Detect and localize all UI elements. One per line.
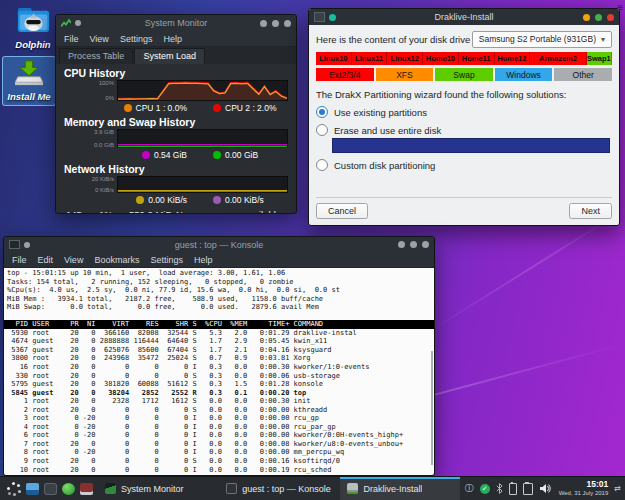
minimize-button[interactable]: [260, 20, 267, 27]
drive-selector[interactable]: Samsung S2 Portable (931GB) ▾: [472, 31, 612, 48]
cpu-axis-max: 100%: [99, 80, 114, 86]
taskbar-task-system-monitor[interactable]: System Monitor: [98, 477, 217, 500]
quick-launch-globe-icon[interactable]: [62, 483, 75, 495]
terminal-process-row: 3 root 0 -20 0 0 0 I 0.0 0.0 0:00.00 rcu…: [4, 414, 434, 423]
close-button[interactable]: [422, 241, 429, 248]
menu-view[interactable]: View: [64, 255, 83, 265]
dolphin-icon: [17, 6, 50, 34]
system-monitor-statusbar: 1451%559.2 MiBNo swap space available: [62, 207, 290, 214]
menu-help[interactable]: Help: [163, 34, 182, 44]
task-label: guest : top — Konsole: [242, 484, 331, 494]
menu-settings[interactable]: Settings: [150, 255, 183, 265]
window-pin-button[interactable]: [329, 14, 336, 21]
terminal-process-row: 4 root 0 -20 0 0 0 I 0.0 0.0 0:00.00 rcu…: [4, 423, 434, 432]
notifications-icon[interactable]: ⓘ: [465, 484, 474, 493]
wizard-text: The DrakX Partitioning wizard found the …: [316, 89, 612, 100]
cancel-button[interactable]: Cancel: [316, 203, 368, 219]
terminal-summary-line: %Cpu(s): 4.0 us, 2.5 sy, 0.0 ni, 77.9 id…: [4, 286, 434, 295]
status-item: No swap space available: [176, 209, 288, 214]
quick-launch-display-icon[interactable]: [26, 483, 39, 495]
system-monitor-titlebar[interactable]: System Monitor: [56, 15, 296, 31]
maximize-button[interactable]: [595, 14, 602, 21]
memory-axis-max: 3.9 GiB: [94, 129, 114, 135]
menu-bookmarks[interactable]: Bookmarks: [94, 255, 139, 265]
draklive-app-icon: [314, 12, 325, 22]
task-icon: [347, 483, 358, 494]
option-use-existing-partitions[interactable]: Use existing partitions: [316, 106, 612, 118]
task-label: System Monitor: [121, 484, 184, 494]
tab-system-load[interactable]: System Load: [134, 48, 205, 64]
panel-hide-icon[interactable]: ⇄: [614, 485, 621, 493]
konsole-app-icon: [9, 240, 20, 249]
application-launcher-icon[interactable]: [4, 480, 21, 497]
next-button[interactable]: Next: [569, 203, 612, 219]
taskbar-task-draklive-install[interactable]: Draklive-Install: [340, 477, 459, 500]
updates-ok-icon[interactable]: ✓: [480, 484, 490, 494]
system-monitor-tabbar: Process TableSystem Load: [56, 47, 296, 64]
konsole-menubar: FileEditViewBookmarksSettingsHelp: [4, 252, 434, 268]
close-button[interactable]: [284, 20, 291, 27]
disk-content-label: Here is the content of your disk drive: [316, 34, 470, 45]
menu-settings[interactable]: Settings: [120, 34, 153, 44]
menu-file[interactable]: File: [12, 255, 27, 265]
partitioning-options: Use existing partitionsErase and use ent…: [316, 100, 612, 171]
maximize-button[interactable]: [272, 20, 279, 27]
terminal-process-row: 5845 guest 20 0 38204 2852 2552 R 0.3 0.…: [4, 389, 434, 398]
volume-icon[interactable]: [539, 483, 551, 494]
desktop-icon-dolphin[interactable]: Dolphin: [6, 6, 60, 50]
menu-help[interactable]: Help: [194, 255, 213, 265]
terminal-process-row: 9 root 20 0 0 0 0 S 0.0 0.0 0:00.16 ksof…: [4, 457, 434, 466]
bluetooth-icon[interactable]: [496, 483, 503, 494]
menu-edit[interactable]: Edit: [38, 255, 54, 265]
legend-item: CPU 1 : 0.0%: [124, 103, 188, 113]
fs-legend-other: Other: [554, 68, 612, 81]
option-custom-disk-partitioning[interactable]: Custom disk partitioning: [316, 159, 612, 171]
network-history-graph: [117, 176, 288, 193]
terminal-process-row: 5367 guest 20 0 625076 85600 67404 S 1.7…: [4, 346, 434, 355]
window-pin-button[interactable]: [75, 20, 81, 26]
quick-launch-package-icon[interactable]: [80, 483, 93, 495]
desktop-icon-install-me[interactable]: Install Me: [2, 56, 56, 106]
menu-view[interactable]: View: [90, 34, 109, 44]
clipboard-icon[interactable]: [523, 483, 533, 495]
radio-button[interactable]: [316, 159, 328, 171]
terminal-process-row: 4674 guest 20 0 2888888 116444 64640 S 1…: [4, 337, 434, 346]
clock-time: 15:01: [559, 480, 609, 490]
close-button[interactable]: [607, 14, 614, 21]
task-label: Draklive-Install: [363, 484, 422, 494]
window-pin-button[interactable]: [24, 242, 30, 248]
system-monitor-window: System Monitor FileViewSettingsHelp Proc…: [55, 14, 297, 214]
radio-button[interactable]: [316, 106, 328, 118]
tab-process-table[interactable]: Process Table: [59, 48, 133, 64]
partition-armazem2: Armazem2: [530, 52, 587, 65]
system-monitor-app-icon: [61, 18, 71, 28]
draklive-titlebar[interactable]: Draklive-Install: [309, 9, 619, 25]
memory-history-heading: Memory and Swap History: [64, 116, 290, 128]
quick-launch-camera-icon[interactable]: [44, 483, 57, 495]
minimize-button[interactable]: [583, 14, 590, 21]
legend-dot: [136, 196, 144, 204]
desktop-icon-label: Install Me: [3, 91, 55, 102]
maximize-button[interactable]: [410, 241, 417, 248]
terminal-scrollbar[interactable]: [431, 351, 433, 465]
konsole-titlebar[interactable]: guest : top — Konsole: [4, 237, 434, 252]
battery-icon[interactable]: [509, 483, 517, 495]
legend-label: 0.00 GiB: [225, 150, 258, 160]
task-icon: [105, 483, 116, 494]
terminal-process-row: 16 root 20 0 0 0 0 I 0.3 0.0 0:00.30 kwo…: [4, 363, 434, 372]
legend-label: 0.00 KiB/s: [225, 195, 264, 205]
taskbar-task-guest-top-konsole[interactable]: guest : top — Konsole: [219, 477, 338, 500]
menu-file[interactable]: File: [64, 34, 79, 44]
terminal-process-row: 7 root 20 0 0 0 0 I 0.0 0.0 0:00.08 kwor…: [4, 440, 434, 449]
radio-button[interactable]: [316, 124, 328, 136]
minimize-button[interactable]: [398, 241, 405, 248]
terminal-output[interactable]: top - 15:01:15 up 10 min, 1 user, load a…: [4, 268, 434, 475]
terminal-process-row: 8 root 0 -20 0 0 0 I 0.0 0.0 0:00.00 mm_…: [4, 448, 434, 457]
clock[interactable]: 15:01 Wed, 31 July 2019: [559, 480, 609, 497]
desktop: ≡ Dolphin Install Me: [0, 0, 625, 500]
fs-legend-windows: Windows: [495, 68, 553, 81]
legend-label: CPU 2 : 2.0%: [225, 103, 277, 113]
network-history-heading: Network History: [64, 163, 290, 175]
option-erase-and-use-entire-disk[interactable]: Erase and use entire disk: [316, 124, 612, 136]
system-monitor-menubar: FileViewSettingsHelp: [56, 31, 296, 47]
